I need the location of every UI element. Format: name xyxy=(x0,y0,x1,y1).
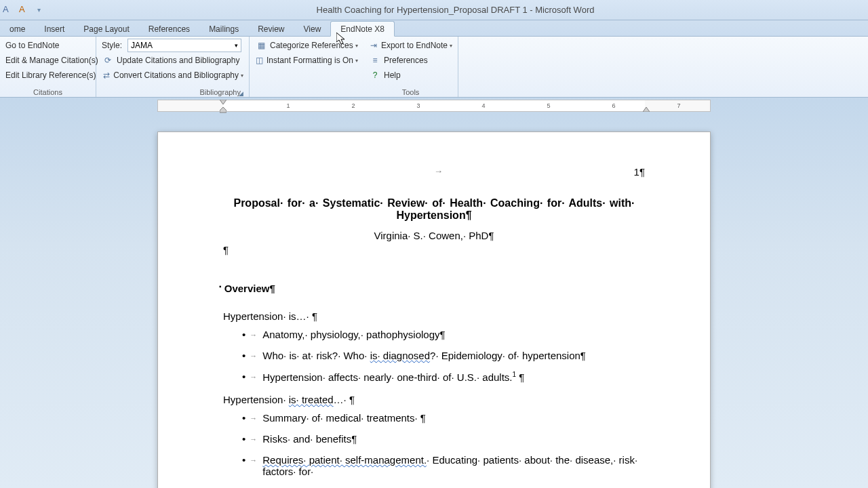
tab-view[interactable]: View xyxy=(294,22,331,36)
categorize-icon: ▦ xyxy=(255,39,267,52)
bullet-text: Hypertension· affects· nearly· one-third… xyxy=(262,371,524,383)
go-to-endnote-button[interactable]: Go to EndNote xyxy=(3,38,93,53)
instant-formatting-button[interactable]: ◫ Instant Formatting is On ▾ xyxy=(252,53,361,68)
cmd-label: Preferences xyxy=(384,56,428,65)
tab-page-layout[interactable]: Page Layout xyxy=(74,22,138,36)
preferences-icon: ≡ xyxy=(369,54,381,66)
update-citations-button[interactable]: ⟳ Update Citations and Bibliography xyxy=(99,53,246,68)
cmd-label: Edit & Manage Citation(s) xyxy=(5,56,98,65)
cmd-label: Instant Formatting is On xyxy=(267,56,353,65)
chevron-down-icon: ▾ xyxy=(450,43,452,49)
document-page[interactable]: → 1¶ Proposal· for· a· Systematic· Revie… xyxy=(157,131,711,488)
font-color-icon[interactable]: A xyxy=(3,4,15,16)
tab-insert[interactable]: Insert xyxy=(35,22,74,36)
quick-access-toolbar: A A ▾ xyxy=(0,4,43,16)
help-icon: ? xyxy=(369,69,381,81)
cmd-label: Categorize References xyxy=(270,41,353,50)
empty-paragraph: ¶ xyxy=(223,244,645,256)
list-item: •→ Hypertension· affects· nearly· one-th… xyxy=(242,371,645,383)
tab-review[interactable]: Review xyxy=(248,22,294,36)
left-indent-marker[interactable] xyxy=(220,107,226,113)
horizontal-ruler[interactable]: 1 2 3 4 5 6 7 xyxy=(157,100,711,112)
list-item: •→ Requires· patient· self-management.· … xyxy=(242,454,645,477)
tab-mailings[interactable]: Mailings xyxy=(199,22,248,36)
ruler-area: 1 2 3 4 5 6 7 xyxy=(0,98,868,114)
tab-arrow-mark: → xyxy=(434,166,443,176)
chevron-down-icon: ▾ xyxy=(355,58,358,64)
page-number: 1¶ xyxy=(634,166,645,178)
highlight-icon[interactable]: A xyxy=(19,4,31,16)
svg-marker-1 xyxy=(220,107,226,113)
section-overview: ▪ Overview¶ xyxy=(219,283,645,294)
tab-home[interactable]: ome xyxy=(0,22,35,36)
group-label-citations: Citations xyxy=(3,87,93,97)
chevron-down-icon: ▾ xyxy=(241,73,243,79)
dialog-launcher-icon[interactable]: ◢ xyxy=(237,90,245,97)
title-bar: A A ▾ Health Coaching for Hypertension_P… xyxy=(0,0,868,20)
group-label-tools: Tools xyxy=(366,87,455,97)
right-indent-marker[interactable] xyxy=(643,107,650,113)
convert-icon: ⇄ xyxy=(102,69,111,81)
svg-marker-2 xyxy=(643,107,650,112)
style-value: JAMA xyxy=(131,41,153,50)
bullet-list-1: •→ Anatomy,· physiology,· pathophysiolog… xyxy=(242,329,645,383)
group-label-bibliography: Bibliography ◢ xyxy=(99,87,246,97)
group-bibliography-left: Style: JAMA ▾ ⟳ Update Citations and Bib… xyxy=(96,37,250,97)
tab-endnote[interactable]: EndNote X8 xyxy=(330,21,395,37)
page-viewport: → 1¶ Proposal· for· a· Systematic· Revie… xyxy=(0,114,868,488)
group-citations: Go to EndNote Edit & Manage Citation(s) … xyxy=(0,37,96,97)
qat-dropdown-icon[interactable]: ▾ xyxy=(35,6,43,14)
body-hypertension-treated: Hypertension· is· treated…· ¶ xyxy=(223,394,645,405)
cmd-label: Go to EndNote xyxy=(5,41,59,50)
chevron-down-icon: ▾ xyxy=(235,42,238,49)
group-tools: ⇥ Export to EndNote ▾ ≡ Preferences ? He… xyxy=(363,37,458,97)
export-icon: ⇥ xyxy=(369,39,378,52)
cmd-label: Edit Library Reference(s) xyxy=(5,70,96,80)
categorize-refs-button[interactable]: ▦ Categorize References ▾ xyxy=(252,38,361,53)
list-item: •→ Risks· and· benefits¶ xyxy=(242,433,645,445)
ribbon-tabs: ome Insert Page Layout References Mailin… xyxy=(0,20,868,37)
list-item: •→ Who· is· at· risk?· Who· is· diagnose… xyxy=(242,350,645,361)
help-button[interactable]: ? Help xyxy=(366,68,455,83)
edit-manage-citations-button[interactable]: Edit & Manage Citation(s) xyxy=(3,53,93,68)
first-line-indent-marker[interactable] xyxy=(220,100,226,105)
bullet-text: Risks· and· benefits¶ xyxy=(262,433,357,445)
body-hypertension-is: Hypertension· is…· ¶ xyxy=(223,310,645,322)
style-dropdown[interactable]: JAMA ▾ xyxy=(127,39,241,52)
window-title: Health Coaching for Hypertension_Proposa… xyxy=(43,5,868,15)
style-label: Style: xyxy=(102,41,122,50)
svg-marker-0 xyxy=(220,100,226,104)
cmd-label: Help xyxy=(384,70,401,80)
document-title: Proposal· for· a· Systematic· Review· of… xyxy=(223,197,645,222)
refresh-icon: ⟳ xyxy=(102,54,114,66)
group-bibliography-right: ▦ Categorize References ▾ ◫ Instant Form… xyxy=(250,37,363,97)
bullet-text: Requires· patient· self-management.· Edu… xyxy=(262,454,645,477)
tab-references[interactable]: References xyxy=(139,22,199,36)
list-item: •→ Anatomy,· physiology,· pathophysiolog… xyxy=(242,329,645,340)
instant-format-icon: ◫ xyxy=(255,54,264,66)
bullet-text: Who· is· at· risk?· Who· is· diagnosed?·… xyxy=(262,350,586,361)
cmd-label: Update Citations and Bibliography xyxy=(117,56,239,65)
cmd-label: Convert Citations and Bibliography xyxy=(113,70,239,80)
bullet-list-2: •→ Summary· of· medical· treatments· ¶ •… xyxy=(242,412,645,477)
cmd-label: Export to EndNote xyxy=(381,41,448,50)
group-label-bibliography-ext xyxy=(252,87,361,97)
convert-citations-button[interactable]: ⇄ Convert Citations and Bibliography ▾ xyxy=(99,68,246,83)
bullet-text: Anatomy,· physiology,· pathophysiology¶ xyxy=(262,329,445,340)
bullet-text: Summary· of· medical· treatments· ¶ xyxy=(262,412,426,424)
list-item: •→ Summary· of· medical· treatments· ¶ xyxy=(242,412,645,424)
ribbon-content: Go to EndNote Edit & Manage Citation(s) … xyxy=(0,37,868,98)
chevron-down-icon: ▾ xyxy=(355,43,358,49)
document-author: Virginia· S.· Cowen,· PhD¶ xyxy=(223,230,645,241)
export-to-endnote-button[interactable]: ⇥ Export to EndNote ▾ xyxy=(366,38,455,53)
preferences-button[interactable]: ≡ Preferences xyxy=(366,53,455,68)
edit-library-refs-button[interactable]: Edit Library Reference(s) xyxy=(3,68,93,83)
